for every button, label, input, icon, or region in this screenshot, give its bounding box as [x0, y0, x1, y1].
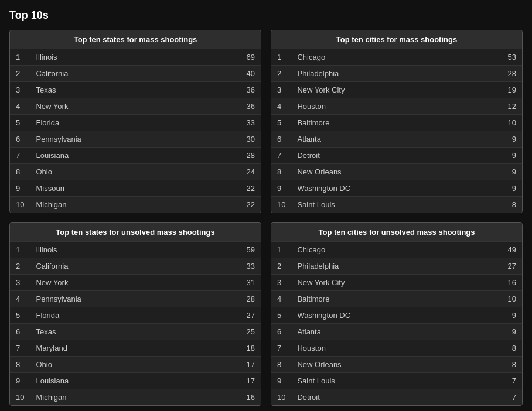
table-row: 2California40 — [10, 66, 261, 82]
count-cell: 16 — [499, 275, 522, 291]
name-cell: Michigan — [30, 389, 237, 406]
table-row: 9Missouri22 — [10, 180, 261, 197]
name-cell: Saint Louis — [291, 373, 499, 389]
name-cell: Atlanta — [291, 324, 499, 340]
table-row: 8Ohio24 — [10, 164, 261, 180]
name-cell: Houston — [291, 340, 499, 357]
rank-cell: 10 — [271, 389, 291, 406]
name-cell: Michigan — [30, 197, 237, 213]
count-cell: 10 — [499, 291, 522, 307]
name-cell: Washington DC — [291, 180, 499, 197]
count-cell: 7 — [499, 389, 522, 406]
rank-cell: 1 — [271, 242, 291, 258]
rank-cell: 8 — [10, 164, 30, 180]
rank-cell: 1 — [10, 49, 30, 66]
table-row: 1Illinois59 — [10, 242, 261, 258]
count-cell: 12 — [499, 98, 522, 115]
count-cell: 7 — [499, 373, 522, 389]
rank-cell: 9 — [271, 180, 291, 197]
rank-cell: 9 — [10, 180, 30, 197]
name-cell: Detroit — [291, 148, 499, 164]
table-row: 8New Orleans9 — [271, 164, 522, 180]
table-row: 8New Orleans8 — [271, 357, 522, 373]
rank-cell: 2 — [271, 258, 291, 275]
table-card-top-states-all: Top ten states for mass shootings1Illino… — [9, 30, 261, 213]
count-cell: 22 — [237, 180, 261, 197]
rank-cell: 5 — [10, 115, 30, 131]
count-cell: 31 — [237, 275, 261, 291]
rank-cell: 10 — [271, 197, 291, 213]
table-row: 4Houston12 — [271, 98, 522, 115]
table-row: 7Detroit9 — [271, 148, 522, 164]
name-cell: Pennsylvania — [30, 291, 237, 307]
table-card-top-states-unsolved: Top ten states for unsolved mass shootin… — [9, 222, 261, 406]
count-cell: 17 — [237, 357, 261, 373]
rank-cell: 4 — [10, 98, 30, 115]
count-cell: 36 — [237, 82, 261, 98]
table-card-top-cities-all: Top ten cities for mass shootings1Chicag… — [271, 30, 523, 213]
table-row: 2Philadelphia28 — [271, 66, 522, 82]
name-cell: Maryland — [30, 340, 237, 357]
count-cell: 16 — [237, 389, 261, 406]
count-cell: 8 — [499, 197, 522, 213]
rank-cell: 6 — [271, 131, 291, 148]
count-cell: 9 — [499, 324, 522, 340]
rank-cell: 3 — [10, 82, 30, 98]
table-row: 1Chicago49 — [271, 242, 522, 258]
name-cell: Illinois — [30, 242, 237, 258]
count-cell: 28 — [237, 148, 261, 164]
count-cell: 33 — [237, 258, 261, 275]
count-cell: 27 — [237, 307, 261, 324]
table-row: 4Pennsylvania28 — [10, 291, 261, 307]
rank-cell: 6 — [10, 324, 30, 340]
rank-cell: 5 — [271, 307, 291, 324]
name-cell: New York — [30, 275, 237, 291]
count-cell: 9 — [499, 180, 522, 197]
count-cell: 69 — [237, 49, 261, 66]
name-cell: Louisiana — [30, 148, 237, 164]
count-cell: 59 — [237, 242, 261, 258]
table-row: 9Washington DC9 — [271, 180, 522, 197]
table-row: 1Chicago53 — [271, 49, 522, 66]
rank-cell: 3 — [10, 275, 30, 291]
rank-cell: 4 — [10, 291, 30, 307]
count-cell: 8 — [499, 340, 522, 357]
table-row: 7Houston8 — [271, 340, 522, 357]
table-row: 5Washington DC9 — [271, 307, 522, 324]
rank-cell: 5 — [271, 115, 291, 131]
name-cell: New York — [30, 98, 237, 115]
name-cell: New York City — [291, 82, 499, 98]
name-cell: New York City — [291, 275, 499, 291]
count-cell: 28 — [237, 291, 261, 307]
count-cell: 28 — [499, 66, 522, 82]
table-header-top-cities-unsolved: Top ten cities for unsolved mass shootin… — [271, 223, 522, 242]
rank-cell: 9 — [271, 373, 291, 389]
name-cell: New Orleans — [291, 164, 499, 180]
count-cell: 53 — [499, 49, 522, 66]
name-cell: Florida — [30, 115, 237, 131]
table-row: 5Baltimore10 — [271, 115, 522, 131]
count-cell: 17 — [237, 373, 261, 389]
table-row: 7Louisiana28 — [10, 148, 261, 164]
name-cell: Philadelphia — [291, 258, 499, 275]
table-row: 5Florida27 — [10, 307, 261, 324]
table-row: 1Illinois69 — [10, 49, 261, 66]
table-row: 3Texas36 — [10, 82, 261, 98]
table-row: 3New York City16 — [271, 275, 522, 291]
count-cell: 30 — [237, 131, 261, 148]
rank-cell: 5 — [10, 307, 30, 324]
rank-cell: 9 — [10, 373, 30, 389]
count-cell: 25 — [237, 324, 261, 340]
name-cell: Atlanta — [291, 131, 499, 148]
rank-cell: 8 — [10, 357, 30, 373]
name-cell: Louisiana — [30, 373, 237, 389]
table-row: 10Michigan22 — [10, 197, 261, 213]
name-cell: Chicago — [291, 242, 499, 258]
rank-cell: 7 — [271, 340, 291, 357]
rank-cell: 1 — [10, 242, 30, 258]
rank-cell: 8 — [271, 357, 291, 373]
table-row: 10Detroit7 — [271, 389, 522, 406]
name-cell: Baltimore — [291, 115, 499, 131]
tables-grid: Top ten states for mass shootings1Illino… — [9, 30, 523, 406]
name-cell: California — [30, 66, 237, 82]
